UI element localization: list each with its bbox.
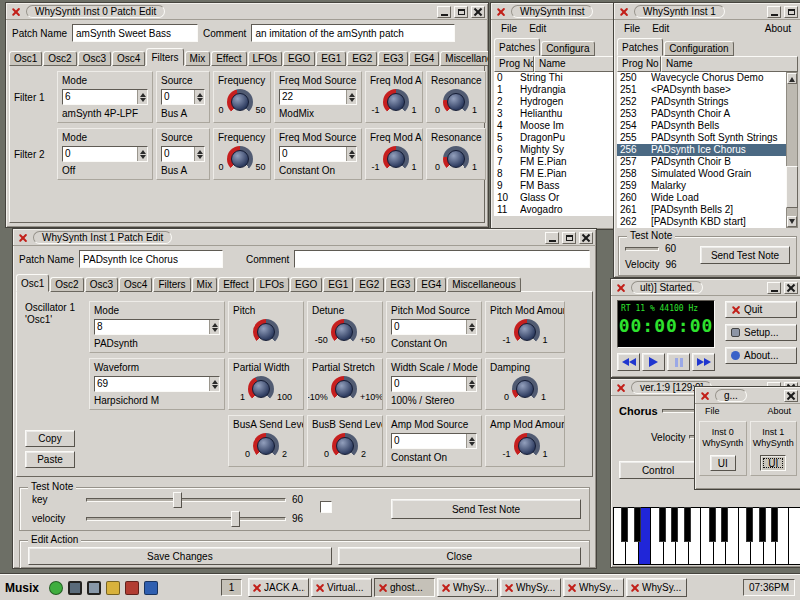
spinner-arrows-icon[interactable] <box>346 90 356 104</box>
spinner-arrows-icon[interactable] <box>466 377 476 391</box>
tab-eg1[interactable]: EG1 <box>323 277 353 292</box>
save-changes-button[interactable]: Save Changes <box>28 547 332 565</box>
taskbar-task-whysy[interactable]: WhySy... <box>563 578 624 597</box>
menu-file[interactable]: File <box>699 405 726 417</box>
partial-width-knob[interactable] <box>248 376 274 402</box>
tab-osc3[interactable]: Osc3 <box>85 277 118 292</box>
workspace-button[interactable]: 1 <box>221 579 242 596</box>
launcher-icon[interactable] <box>87 581 101 595</box>
patch-row[interactable]: 259Malarky <box>617 180 798 192</box>
transport-play-button[interactable] <box>642 353 665 371</box>
close-button[interactable] <box>614 382 628 394</box>
about-button[interactable]: About... <box>725 347 797 364</box>
freq-mod-amt-knob[interactable] <box>383 89 409 115</box>
tab-patches[interactable]: Patches <box>494 38 540 56</box>
piano-black-key[interactable] <box>759 507 766 542</box>
col-header-prog[interactable]: Prog No <box>494 56 534 72</box>
amp-mod-amount-knob[interactable] <box>514 433 540 459</box>
tab-effect[interactable]: Effect <box>211 51 246 66</box>
taskbar-task-whysy[interactable]: WhySy... <box>500 578 561 597</box>
partial-stretch-knob[interactable] <box>331 376 357 402</box>
launcher-icon[interactable] <box>49 581 63 595</box>
minimize-button[interactable] <box>767 282 781 294</box>
quit-button[interactable]: Quit <box>725 301 797 318</box>
close-button[interactable] <box>614 282 628 294</box>
tab-configuration[interactable]: Configuration <box>664 41 733 56</box>
spinner-arrows-icon[interactable] <box>466 434 476 448</box>
titlebar[interactable]: WhySynth Inst 1 <box>614 3 800 20</box>
mode-spinbox[interactable]: 0 <box>62 146 148 162</box>
close-button[interactable] <box>698 390 712 402</box>
scroll-down-button[interactable] <box>787 216 797 227</box>
tab-osc1[interactable]: Osc1 <box>16 274 49 292</box>
taskbar-task-ghost[interactable]: ghost... <box>374 578 435 597</box>
tab-osc2[interactable]: Osc2 <box>43 51 76 66</box>
close-button-action[interactable]: Close <box>338 547 581 565</box>
comment-input[interactable] <box>294 250 590 268</box>
tab-eg1[interactable]: EG1 <box>316 51 346 66</box>
spinner-arrows-icon[interactable] <box>137 90 147 104</box>
freq-mod-source-spinbox[interactable]: 22 <box>279 89 357 105</box>
transport-rewind-button[interactable] <box>617 353 640 371</box>
menu-file[interactable]: File <box>495 22 523 35</box>
tab-lfos[interactable]: LFOs <box>255 277 289 292</box>
piano-black-key[interactable] <box>634 507 641 542</box>
close-button-right[interactable] <box>579 232 593 244</box>
patch-row[interactable]: 260Wide Load <box>617 192 798 204</box>
menu-edit[interactable]: Edit <box>523 22 552 35</box>
patch-row[interactable]: 258Simulated Wood Grain <box>617 168 798 180</box>
transport-forward-button[interactable] <box>692 353 715 371</box>
spinner-arrows-icon[interactable] <box>346 147 356 161</box>
width-scale-mode-spinbox[interactable]: 0 <box>391 376 477 392</box>
patch-name-input[interactable]: amSynth Sweet Bass <box>72 24 198 42</box>
tab-osc1[interactable]: Osc1 <box>9 51 42 66</box>
ui-button-0[interactable]: UI <box>710 455 736 471</box>
patch-row[interactable]: 251<PADsynth base> <box>617 84 798 96</box>
close-button[interactable] <box>9 6 23 18</box>
piano-white-key[interactable] <box>788 507 800 565</box>
start-menu-button[interactable]: Musix <box>5 581 39 595</box>
key-slider[interactable] <box>625 241 659 257</box>
source-spinbox[interactable]: 0 <box>161 89 205 105</box>
piano-black-key[interactable] <box>684 507 691 542</box>
patch-row[interactable]: 255PADsynth Soft Synth Strings <box>617 132 798 144</box>
tab-eg4[interactable]: EG4 <box>416 277 446 292</box>
copy-button[interactable]: Copy <box>25 430 75 447</box>
waveform-spinbox[interactable]: 69 <box>94 376 220 392</box>
send-test-note-button[interactable]: Send Test Note <box>391 499 581 519</box>
patch-row[interactable]: 250Wavecycle Chorus Demo <box>617 72 798 84</box>
tab-lfos[interactable]: LFOs <box>248 51 282 66</box>
spinner-arrows-icon[interactable] <box>137 147 147 161</box>
maximize-button[interactable] <box>562 232 576 244</box>
tab-filters[interactable]: Filters <box>153 277 190 292</box>
frequency-knob[interactable] <box>227 146 253 172</box>
minimize-button[interactable] <box>767 6 781 18</box>
close-button[interactable] <box>617 6 631 18</box>
resonance-knob[interactable] <box>443 89 469 115</box>
ui-button-1[interactable]: UI <box>760 455 786 471</box>
maximize-button[interactable] <box>454 6 468 18</box>
launcher-icon[interactable] <box>144 581 158 595</box>
taskbar-task-jack-a[interactable]: JACK A... <box>248 578 309 597</box>
spinner-arrows-icon[interactable] <box>209 377 219 391</box>
tab-eg2[interactable]: EG2 <box>347 51 377 66</box>
col-header-prog[interactable]: Prog No <box>617 56 661 72</box>
setup-button[interactable]: Setup... <box>725 324 797 341</box>
resonance-knob[interactable] <box>443 146 469 172</box>
minimize-button[interactable] <box>545 232 559 244</box>
launcher-icon[interactable] <box>68 581 82 595</box>
tab-ego[interactable]: EGO <box>290 277 322 292</box>
pitch-mod-source-spinbox[interactable]: 0 <box>391 319 477 335</box>
menu-about[interactable]: About <box>761 405 797 417</box>
piano-black-key[interactable] <box>721 507 728 542</box>
piano-black-key[interactable] <box>709 507 716 542</box>
tab-osc4[interactable]: Osc4 <box>112 51 145 66</box>
spinner-arrows-icon[interactable] <box>194 90 204 104</box>
transport-pause-button[interactable] <box>667 353 690 371</box>
close-button[interactable] <box>16 232 30 244</box>
launcher-icon[interactable] <box>106 581 120 595</box>
tab-mix[interactable]: Mix <box>192 277 218 292</box>
tab-eg3[interactable]: EG3 <box>385 277 415 292</box>
maximize-button[interactable] <box>784 6 798 18</box>
frequency-knob[interactable] <box>227 89 253 115</box>
